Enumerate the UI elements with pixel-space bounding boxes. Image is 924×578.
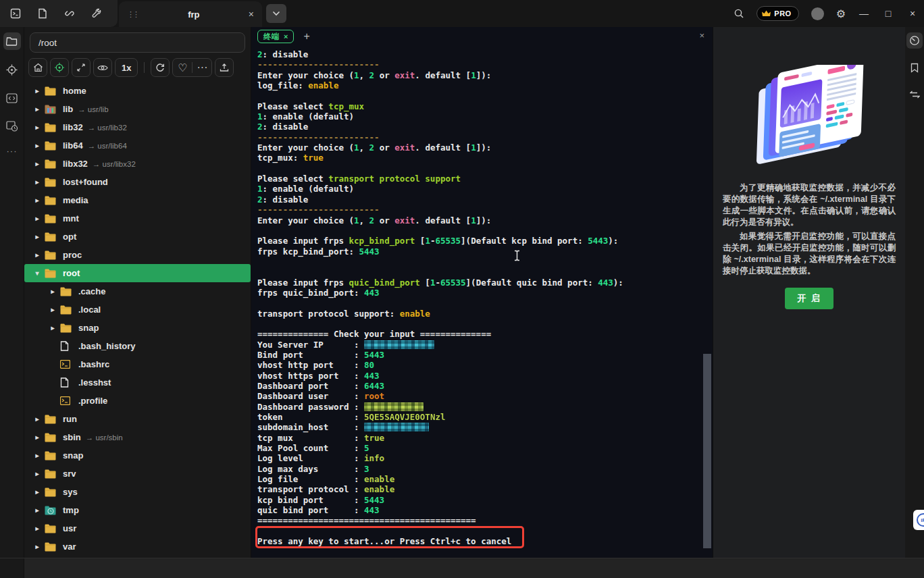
tree-arrow-icon[interactable]: ▸ bbox=[30, 87, 45, 95]
terminal-tab-close-icon[interactable]: × bbox=[284, 32, 288, 41]
avatar[interactable] bbox=[811, 7, 824, 20]
tree-arrow-icon[interactable]: ▾ bbox=[30, 269, 45, 277]
terminal-text: exit bbox=[394, 142, 415, 153]
upload-button[interactable] bbox=[215, 58, 234, 77]
history-rail-button[interactable] bbox=[3, 117, 21, 135]
tree-arrow-icon[interactable]: ▸ bbox=[30, 196, 45, 204]
tree-arrow-icon[interactable]: ▸ bbox=[30, 142, 45, 149]
tree-item-run[interactable]: ▸run bbox=[24, 410, 251, 428]
locate-rail-button[interactable] bbox=[3, 61, 21, 78]
code-rail-button[interactable] bbox=[3, 89, 21, 107]
tree-item-sys[interactable]: ▸sys bbox=[24, 483, 251, 501]
tree-arrow-icon[interactable]: ▸ bbox=[30, 452, 45, 459]
terminal-text: ]): bbox=[476, 215, 492, 226]
terminal-panel-close-icon[interactable]: × bbox=[699, 30, 704, 41]
minimize-button[interactable]: — bbox=[858, 8, 870, 19]
tree-arrow-icon[interactable]: ▸ bbox=[30, 233, 45, 240]
terminal-text: . default [ bbox=[415, 215, 471, 226]
new-terminal-button[interactable]: + bbox=[303, 30, 309, 43]
tree-item-root[interactable]: ▾root bbox=[24, 264, 251, 282]
show-hidden-button[interactable] bbox=[93, 58, 112, 77]
tab-close-icon[interactable]: × bbox=[249, 9, 254, 20]
tree-item-lost-found[interactable]: ▸lost+found bbox=[24, 173, 251, 191]
wrench-icon[interactable] bbox=[91, 7, 103, 20]
pro-badge[interactable]: PRO bbox=[756, 6, 798, 21]
ip-widget[interactable]: iP bbox=[913, 510, 924, 530]
link-icon[interactable] bbox=[63, 7, 76, 20]
tree-arrow-icon[interactable]: ▸ bbox=[30, 543, 45, 550]
tree-arrow-icon[interactable]: ▸ bbox=[30, 124, 45, 131]
tree-arrow-icon[interactable]: ▸ bbox=[30, 470, 45, 477]
transfer-rail-button[interactable] bbox=[906, 86, 923, 103]
tree-item-opt[interactable]: ▸opt bbox=[24, 228, 251, 246]
tree-item-label: sbin bbox=[63, 432, 81, 442]
terminal-text: vhost http port : bbox=[257, 360, 364, 370]
tree-item-snap[interactable]: ▸snap bbox=[24, 319, 251, 337]
search-icon[interactable] bbox=[734, 8, 744, 19]
refresh-button[interactable] bbox=[151, 58, 170, 77]
tree-item-libx32[interactable]: ▸libx32→ usr/libx32 bbox=[24, 155, 251, 173]
monitor-rail-button[interactable] bbox=[906, 32, 923, 49]
terminal-text: Enter your choice ( bbox=[257, 142, 354, 153]
tree-item--bashrc[interactable]: .bashrc bbox=[24, 355, 251, 373]
tree-arrow-icon[interactable]: ▸ bbox=[30, 525, 45, 532]
terminal-scrollbar[interactable] bbox=[703, 354, 711, 548]
close-button[interactable]: × bbox=[906, 8, 919, 19]
tree-item-lib[interactable]: ▸lib→ usr/lib bbox=[24, 100, 251, 118]
terminal-text: ============== Check your input ========… bbox=[257, 329, 491, 339]
tab-frp[interactable]: ⋮⋮ frp × bbox=[119, 1, 262, 27]
tree-arrow-icon[interactable]: ▸ bbox=[30, 488, 45, 496]
more-options-button[interactable]: ··· bbox=[192, 59, 211, 76]
zoom-button[interactable]: 1x bbox=[115, 58, 138, 77]
tree-arrow-icon[interactable]: ▸ bbox=[30, 178, 45, 186]
tab-drag-handle[interactable]: ⋮⋮ bbox=[127, 10, 138, 19]
enable-monitor-button[interactable]: 开 启 bbox=[785, 288, 833, 309]
tree-arrow-icon[interactable]: ▸ bbox=[30, 251, 45, 259]
terminal-line bbox=[257, 298, 713, 308]
tree-arrow-icon[interactable]: ▸ bbox=[30, 215, 45, 222]
folder-icon bbox=[45, 140, 56, 151]
document-icon[interactable] bbox=[36, 7, 49, 20]
tree-arrow-icon[interactable]: ▸ bbox=[30, 105, 45, 113]
tree-item-srv[interactable]: ▸srv bbox=[24, 465, 251, 483]
favorite-button[interactable]: ♡ bbox=[173, 59, 192, 76]
tree-item-var[interactable]: ▸var bbox=[24, 537, 251, 556]
tree-arrow-icon[interactable]: ▸ bbox=[30, 415, 45, 423]
tree-arrow-icon[interactable]: ▸ bbox=[45, 324, 60, 332]
more-rail-icon[interactable]: ··· bbox=[7, 146, 18, 156]
tree-item--cache[interactable]: ▸.cache bbox=[24, 282, 251, 300]
home-button[interactable] bbox=[28, 58, 47, 77]
bookmark-rail-button[interactable] bbox=[906, 59, 923, 76]
tree-item-mnt[interactable]: ▸mnt bbox=[24, 209, 251, 228]
tree-arrow-icon[interactable]: ▸ bbox=[45, 288, 60, 295]
tree-item--lesshst[interactable]: .lesshst bbox=[24, 373, 251, 392]
expand-button[interactable] bbox=[72, 58, 91, 77]
gear-icon[interactable]: ⚙ bbox=[836, 7, 846, 20]
tree-item-lib32[interactable]: ▸lib32→ usr/lib32 bbox=[24, 118, 251, 136]
tree-item-proc[interactable]: ▸proc bbox=[24, 246, 251, 264]
tree-item-media[interactable]: ▸media bbox=[24, 191, 251, 209]
terminal-app-icon[interactable] bbox=[9, 7, 22, 20]
tree-arrow-icon[interactable]: ▸ bbox=[30, 160, 45, 167]
tree-item-usr[interactable]: ▸usr bbox=[24, 519, 251, 537]
maximize-button[interactable]: □ bbox=[882, 8, 894, 19]
tree-item-tmp[interactable]: ▸tmp bbox=[24, 501, 251, 519]
tree-item--profile[interactable]: .profile bbox=[24, 392, 251, 410]
tree-arrow-icon[interactable]: ▸ bbox=[30, 434, 45, 441]
tree-item-lib64[interactable]: ▸lib64→ usr/lib64 bbox=[24, 136, 251, 155]
eye-icon bbox=[97, 64, 108, 72]
tree-arrow-icon[interactable]: ▸ bbox=[45, 306, 60, 313]
tab-list-button[interactable] bbox=[266, 4, 286, 23]
terminal-tab[interactable]: 终端 × bbox=[257, 30, 294, 43]
tree-arrow-icon[interactable]: ▸ bbox=[30, 506, 45, 514]
tree-item-snap[interactable]: ▸snap bbox=[24, 446, 251, 465]
files-rail-button[interactable] bbox=[3, 32, 21, 50]
path-input[interactable]: /root bbox=[30, 32, 245, 53]
locate-current-button[interactable] bbox=[50, 58, 69, 77]
tree-item--local[interactable]: ▸.local bbox=[24, 300, 251, 319]
tree-item-sbin[interactable]: ▸sbin→ usr/sbin bbox=[24, 428, 251, 446]
terminal-text: - bbox=[435, 278, 440, 288]
tree-item--bash-history[interactable]: .bash_history bbox=[24, 337, 251, 355]
terminal-text: : disable bbox=[263, 49, 309, 59]
tree-item-home[interactable]: ▸home bbox=[24, 82, 251, 100]
